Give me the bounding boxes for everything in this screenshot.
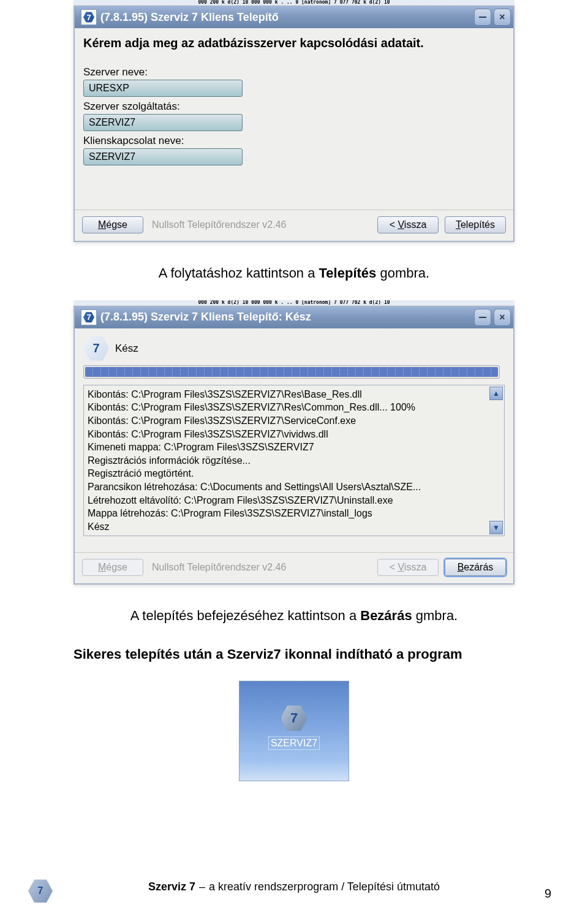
server-service-input[interactable]: [83, 114, 243, 131]
minimize-button[interactable]: [474, 9, 491, 26]
close-installer-button[interactable]: Bezárás: [445, 559, 506, 576]
caption-2: A telepítés befejezéséhez kattintson a B…: [74, 607, 514, 626]
field-label: Szerver szolgáltatás:: [83, 100, 505, 113]
install-log: ▲ Kibontás: C:\Program Files\3SZS\SZERVI…: [83, 385, 505, 537]
install-button[interactable]: Telepítés: [445, 216, 506, 233]
window-title: (7.8.1.95) Szerviz 7 Kliens Telepítő: [100, 11, 472, 24]
log-line: Kibontás: C:\Program Files\3SZS\SZERVIZ7…: [88, 414, 500, 428]
log-line: Létrehozott eltávolító: C:\Program Files…: [88, 494, 500, 507]
desktop-icon-label: SZERVIZ7: [268, 737, 320, 750]
footer-title: Szerviz 7: [148, 879, 195, 895]
log-line: Kibontás: C:\Program Files\3SZS\SZERVIZ7…: [88, 401, 500, 414]
window-title: (7.8.1.95) Szerviz 7 Kliens Telepítő: Ké…: [100, 311, 472, 324]
log-line: Kibontás: C:\Program Files\3SZS\SZERVIZ7…: [88, 428, 500, 441]
minimize-button[interactable]: [474, 309, 491, 326]
log-line: Regisztrációs információk rögzítése...: [88, 454, 500, 468]
szerviz7-desktop-icon[interactable]: 7: [278, 702, 310, 734]
caption-1: A folytatáshoz kattintson a Telepítés go…: [74, 264, 514, 283]
log-line: Mappa létrehozás: C:\Program Files\3SZS\…: [88, 507, 500, 520]
close-button[interactable]: ×: [494, 9, 511, 26]
log-line: Parancsikon létrehozása: C:\Documents an…: [88, 480, 500, 494]
scroll-down-button[interactable]: ▼: [489, 521, 503, 534]
installer-window-2: 7 (7.8.1.95) Szerviz 7 Kliens Telepítő: …: [74, 306, 514, 585]
installer-version: Nullsoft Telepítőrendszer v2.46: [149, 219, 371, 230]
wizard-footer: Mégse Nullsoft Telepítőrendszer v2.46 < …: [75, 552, 513, 583]
back-button[interactable]: < Vissza: [377, 216, 439, 233]
page-number: 9: [545, 887, 551, 901]
final-note: Sikeres telepítés után a Szerviz7 ikonna…: [74, 646, 514, 662]
background-crop-text: 000 200 k d(2) 10 000 000 k . .. 0 [natr…: [74, 0, 514, 6]
log-line: Regisztráció megtörtént.: [88, 467, 500, 480]
back-button: < Vissza: [377, 559, 439, 576]
background-crop-text: 000 200 k d(2) 10 000 000 k . .. 0 [natr…: [74, 300, 514, 306]
progress-bar: [83, 365, 500, 379]
log-line: Kimeneti mappa: C:\Program Files\3SZS\SZ…: [88, 441, 500, 454]
titlebar: 7 (7.8.1.95) Szerviz 7 Kliens Telepítő: …: [75, 306, 513, 328]
status-text: Kész: [115, 343, 138, 355]
page-footer: 7 Szerviz 7 – a kreatív rendszerprogram …: [0, 879, 588, 901]
log-line: Kibontás: C:\Program Files\3SZS\SZERVIZ7…: [88, 388, 500, 401]
cancel-button[interactable]: Mégse: [82, 216, 143, 233]
scroll-up-button[interactable]: ▲: [489, 387, 503, 400]
field-label: Klienskapcsolat neve:: [83, 135, 505, 147]
installer-window-1: 7 (7.8.1.95) Szerviz 7 Kliens Telepítő ×…: [74, 6, 514, 242]
titlebar: 7 (7.8.1.95) Szerviz 7 Kliens Telepítő ×: [75, 6, 513, 28]
app-icon: 7: [81, 309, 97, 325]
client-connection-input[interactable]: [83, 148, 243, 165]
installer-version: Nullsoft Telepítőrendszer v2.46: [149, 562, 371, 573]
desktop-screenshot: 7 SZERVIZ7: [239, 681, 349, 781]
field-label: Szerver neve:: [83, 66, 505, 78]
hexagon-icon: 7: [83, 336, 109, 362]
wizard-footer: Mégse Nullsoft Telepítőrendszer v2.46 < …: [75, 210, 513, 241]
close-button[interactable]: ×: [494, 309, 511, 326]
cancel-button: Mégse: [82, 559, 143, 576]
app-icon: 7: [81, 9, 97, 25]
server-name-input[interactable]: [83, 80, 243, 97]
footer-subtitle: a kreatív rendszerprogram / Telepítési ú…: [209, 879, 440, 895]
prompt-text: Kérem adja meg az adatbázisszerver kapcs…: [83, 36, 505, 50]
log-line: Kész: [88, 520, 500, 534]
